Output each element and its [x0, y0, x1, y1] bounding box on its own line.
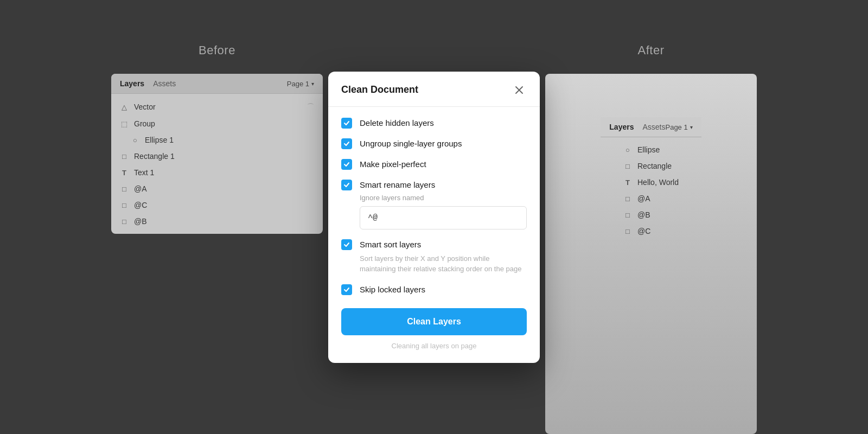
layer-name: @C [134, 201, 314, 209]
before-label: Before [199, 43, 235, 58]
after-page-selector[interactable]: Page 1 ▾ [665, 123, 692, 131]
option-smart-sort-label: Smart sort layers [360, 240, 421, 249]
before-tab-assets[interactable]: Assets [153, 79, 176, 88]
checkbox-pixel-perfect[interactable] [341, 159, 352, 170]
layer-name: @A [637, 194, 679, 203]
layer-name: Rectangle 1 [134, 152, 314, 161]
text-icon: T [623, 178, 632, 187]
layer-item: □Rectangle 1 [111, 148, 323, 164]
before-page-selector[interactable]: Page 1 ▾ [287, 80, 314, 88]
sort-description: Sort layers by their X and Y position wh… [360, 253, 527, 275]
layer-name: Ellipse [637, 145, 679, 154]
after-layers-panel: Layers Assets Page 1 ▾ ○Ellipse□Rectangl… [545, 74, 757, 434]
layer-item: THello, World [615, 174, 687, 190]
triangle-icon: △ [120, 103, 129, 111]
rect-icon: □ [120, 184, 129, 193]
layer-item: TText 1 [111, 164, 323, 181]
rect-icon: □ [120, 217, 129, 226]
before-layers-panel: Layers Assets Page 1 ▾ △Vector⌒⬚Group○El… [111, 74, 323, 234]
text-icon: T [120, 168, 129, 177]
ellipse-icon: ○ [131, 136, 139, 144]
option-skip-locked-label: Skip locked layers [360, 285, 425, 294]
layer-item: □@B [111, 213, 323, 229]
layer-name: Group [134, 119, 314, 128]
rect-icon: □ [623, 227, 632, 235]
close-button[interactable] [512, 82, 527, 98]
layer-item: □@B [615, 207, 687, 223]
checkbox-smart-sort[interactable] [341, 239, 352, 250]
after-tab-assets[interactable]: Assets [642, 123, 665, 131]
rect-icon: □ [623, 162, 632, 170]
rect-icon: □ [623, 210, 632, 219]
after-tab-layers[interactable]: Layers [609, 123, 634, 131]
option-delete-hidden-label: Delete hidden layers [360, 118, 434, 127]
checkbox-delete-hidden[interactable] [341, 118, 352, 129]
ignore-layers-input[interactable] [360, 206, 527, 229]
checkbox-smart-rename[interactable] [341, 180, 352, 190]
layer-name: @C [637, 227, 679, 235]
layer-item: □@C [111, 197, 323, 213]
checkbox-skip-locked[interactable] [341, 284, 352, 295]
rect-icon: □ [623, 194, 632, 203]
layer-name: Hello, World [637, 178, 679, 187]
option-smart-rename-label: Smart rename layers [360, 180, 435, 189]
layer-item: ○Ellipse 1 [111, 132, 323, 148]
ellipse-icon: ○ [623, 145, 632, 154]
layer-item: □Rectangle [615, 158, 687, 174]
layer-item: ○Ellipse [615, 142, 687, 158]
after-label: After [638, 43, 665, 58]
layer-item: ⬚Group [111, 116, 323, 132]
ignore-layers-label: Ignore layers named [360, 194, 527, 202]
layer-name: @B [637, 210, 679, 219]
group-icon: ⬚ [120, 119, 129, 128]
layer-item: △Vector⌒ [111, 98, 323, 116]
rect-icon: □ [120, 152, 129, 161]
layer-name: Vector [134, 103, 302, 111]
modal-title: Clean Document [341, 84, 418, 95]
option-pixel-perfect-label: Make pixel-perfect [360, 159, 426, 169]
before-tab-layers[interactable]: Layers [120, 79, 144, 88]
rect-icon: □ [120, 201, 129, 209]
layer-name: Ellipse 1 [145, 136, 314, 144]
clean-layers-button[interactable]: Clean Layers [341, 308, 527, 335]
layer-name: @B [134, 217, 314, 226]
layer-item: □@C [615, 223, 687, 239]
layer-name: Rectangle [637, 162, 679, 170]
footer-text: Cleaning all layers on page [341, 342, 527, 352]
modal: Clean Document Delete hidden layers [328, 72, 540, 363]
layer-name: @A [134, 184, 314, 193]
checkbox-ungroup[interactable] [341, 138, 352, 149]
layer-item: □@A [615, 190, 687, 207]
hidden-icon: ⌒ [307, 102, 314, 112]
layer-name: Text 1 [134, 168, 314, 177]
layer-item: □@A [111, 181, 323, 197]
option-ungroup-label: Ungroup single-layer groups [360, 139, 462, 148]
